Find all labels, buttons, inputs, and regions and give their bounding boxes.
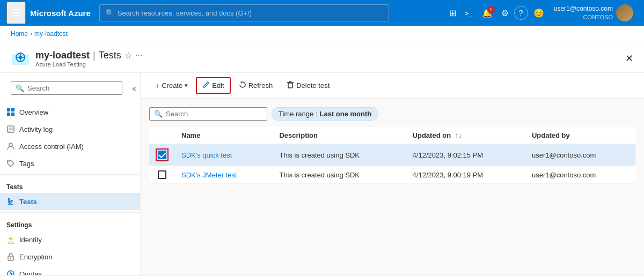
row2-description-cell: This is created using SDK: [273, 166, 406, 184]
svg-rect-6: [11, 113, 14, 116]
row2-name-cell[interactable]: SDK's JMeter test: [175, 166, 273, 184]
quotas-icon: [6, 270, 15, 275]
user-profile[interactable]: user1@contoso.com CONTOSO: [550, 2, 638, 24]
settings-icon-btn[interactable]: ⚙: [498, 5, 512, 21]
sidebar-item-overview-label: Overview: [19, 108, 48, 116]
row2-name-link[interactable]: SDK's JMeter test: [181, 171, 237, 179]
sidebar-item-activity-log-label: Activity log: [19, 125, 53, 133]
user-tenant: CONTOSO: [554, 13, 613, 21]
sidebar-search-box[interactable]: 🔍: [11, 81, 122, 95]
page-header: my-loadtest | Tests ☆ ··· Azure Load Tes…: [0, 42, 644, 73]
col-updated-on[interactable]: Updated on ↑↓: [406, 127, 525, 144]
toolbar: + Create ▾ Edit Refresh: [141, 73, 644, 99]
sidebar-item-overview[interactable]: Overview: [0, 103, 140, 121]
delete-label: Delete test: [296, 81, 330, 89]
top-navigation: ☰ Microsoft Azure 🔍 ⊞ >_ 🔔 1 ⚙ ? 😊 user1…: [0, 0, 644, 26]
filter-search-icon: 🔍: [154, 110, 163, 118]
row2-updated-on-cell: 4/12/2023, 9:00:19 PM: [406, 166, 525, 184]
feedback-icon-btn[interactable]: 😊: [530, 5, 547, 21]
filter-bar: 🔍 Time range : Last one month: [149, 107, 635, 121]
avatar-image: [616, 4, 633, 21]
brand-name: Microsoft Azure: [30, 9, 91, 18]
table-row[interactable]: SDK's JMeter test This is created using …: [149, 166, 635, 184]
resource-icon: [11, 49, 30, 68]
cloud-shell-icon-btn[interactable]: >_: [462, 6, 477, 20]
user-email: user1@contoso.com: [554, 5, 613, 13]
row1-name-cell[interactable]: SDK's quick test: [175, 144, 273, 166]
sidebar-item-activity-log[interactable]: Activity log: [0, 121, 140, 138]
col-description: Description: [273, 127, 406, 144]
table-header-row: Name Description Updated on ↑↓ Updated b…: [149, 127, 635, 144]
row1-description-cell: This is created using SDK: [273, 144, 406, 166]
sidebar-item-quotas-label: Quotas: [19, 270, 42, 275]
svg-point-12: [9, 161, 10, 162]
svg-rect-5: [7, 113, 10, 116]
create-button[interactable]: + Create ▾: [149, 78, 194, 93]
user-avatar[interactable]: [616, 4, 633, 21]
filter-search-input[interactable]: [166, 110, 262, 118]
help-icon-btn[interactable]: ?: [514, 6, 528, 20]
page-title-block: my-loadtest | Tests ☆ ··· Azure Load Tes…: [35, 50, 620, 68]
sidebar-item-identity[interactable]: Identity: [0, 231, 140, 248]
row1-select-cell[interactable]: [149, 144, 175, 166]
breadcrumb-home[interactable]: Home: [11, 30, 28, 38]
row2-select-cell[interactable]: [149, 166, 175, 184]
sidebar-divider-1: [0, 174, 140, 175]
edit-pencil-icon: [202, 81, 210, 90]
table-row[interactable]: SDK's quick test This is created using S…: [149, 144, 635, 166]
content-area: 🔍 Time range : Last one month Name: [141, 99, 644, 275]
svg-rect-18: [288, 83, 292, 88]
more-options-icon[interactable]: ···: [135, 50, 142, 60]
favorite-star-icon[interactable]: ☆: [125, 50, 132, 61]
filter-search-box[interactable]: 🔍: [149, 107, 267, 121]
sidebar-item-encryption-label: Encryption: [19, 253, 52, 261]
global-search-icon: 🔍: [105, 9, 114, 17]
tests-table: Name Description Updated on ↑↓ Updated b…: [149, 127, 635, 184]
sidebar: 🔍 « Overview Activity log: [0, 73, 141, 275]
svg-point-11: [9, 143, 12, 146]
refresh-label: Refresh: [248, 81, 273, 89]
sidebar-item-tests-label: Tests: [19, 198, 37, 206]
sidebar-collapse-icon[interactable]: «: [130, 82, 138, 95]
global-search-box[interactable]: 🔍: [99, 4, 389, 21]
sidebar-item-tags[interactable]: Tags: [0, 155, 140, 172]
svg-rect-4: [11, 108, 14, 111]
svg-point-2: [19, 56, 22, 59]
edit-button[interactable]: Edit: [196, 77, 230, 94]
refresh-button[interactable]: Refresh: [233, 78, 279, 93]
breadcrumb: Home › my-loadtest: [0, 26, 644, 42]
sidebar-item-tests[interactable]: Tests: [0, 193, 140, 210]
global-search-input[interactable]: [118, 9, 383, 17]
col-select: [149, 127, 175, 144]
activity-log-icon: [6, 125, 15, 133]
row2-checkbox-unchecked[interactable]: [158, 170, 166, 179]
identity-icon: [6, 235, 15, 244]
delete-button[interactable]: Delete test: [281, 78, 335, 93]
row2-updated-by-cell: user1@contoso.com: [525, 166, 635, 184]
hamburger-menu[interactable]: ☰: [6, 2, 26, 24]
row1-updated-on-cell: 4/12/2023, 9:02:15 PM: [406, 144, 525, 166]
notifications-icon-btn[interactable]: 🔔 1: [479, 5, 496, 21]
edit-label: Edit: [212, 81, 224, 89]
settings-section-label: Settings: [0, 215, 140, 231]
row1-checkbox-checked[interactable]: [158, 151, 166, 159]
sidebar-divider-2: [0, 212, 140, 213]
breadcrumb-resource[interactable]: my-loadtest: [34, 30, 68, 38]
delete-icon: [287, 81, 294, 90]
close-button[interactable]: ✕: [625, 53, 633, 64]
portal-icon-btn[interactable]: ⊞: [446, 5, 459, 21]
row1-updated-by-cell: user1@contoso.com: [525, 144, 635, 166]
sidebar-search-input[interactable]: [27, 84, 118, 92]
time-range-value: Last one month: [320, 110, 372, 118]
page-title: my-loadtest: [35, 50, 90, 61]
sidebar-item-quotas[interactable]: Quotas: [0, 265, 140, 275]
row1-name-link[interactable]: SDK's quick test: [181, 151, 232, 159]
svg-point-16: [10, 258, 12, 259]
sidebar-item-access-control[interactable]: Access control (IAM): [0, 138, 140, 155]
main-content: + Create ▾ Edit Refresh: [141, 73, 644, 275]
svg-point-13: [8, 242, 13, 244]
time-range-badge[interactable]: Time range : Last one month: [272, 107, 378, 121]
access-control-icon: [6, 142, 15, 151]
sidebar-item-encryption[interactable]: Encryption: [0, 248, 140, 265]
col-name: Name: [175, 127, 273, 144]
